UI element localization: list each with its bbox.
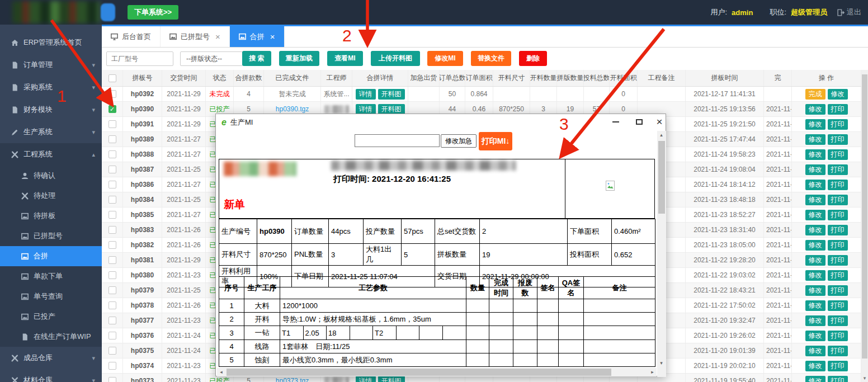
action-button-打印[interactable]: 打印 bbox=[828, 119, 848, 130]
detail-button-详情[interactable]: 详情 bbox=[356, 104, 376, 115]
row-checkbox[interactable] bbox=[108, 301, 116, 309]
sidebar-item-ERP管理系统首页[interactable]: ERP管理系统首页 bbox=[0, 31, 102, 54]
scroll-down-icon[interactable]: ▾ bbox=[657, 359, 666, 367]
action-button-修改[interactable]: 修改 bbox=[805, 134, 825, 145]
action-button-修改[interactable]: 修改 bbox=[805, 240, 825, 251]
toolbar-button-查看MI[interactable]: 查看MI bbox=[327, 51, 363, 66]
action-button-修改[interactable]: 修改 bbox=[805, 180, 825, 190]
detail-button-开料图[interactable]: 开料图 bbox=[378, 104, 405, 115]
row-checkbox[interactable] bbox=[108, 150, 116, 158]
modal-title-bar[interactable]: e 生产MI bbox=[216, 114, 666, 130]
action-button-打印[interactable]: 打印 bbox=[828, 180, 848, 190]
action-button-打印[interactable]: 打印 bbox=[828, 164, 848, 175]
row-checkbox[interactable]: ✓ bbox=[108, 105, 116, 113]
action-button-修改[interactable]: 修改 bbox=[805, 195, 825, 205]
row-checkbox[interactable] bbox=[108, 226, 116, 234]
modal-vscroll-thumb[interactable] bbox=[658, 141, 665, 214]
action-button-修改[interactable]: 修改 bbox=[805, 346, 825, 356]
sidebar-item-订单管理[interactable]: 订单管理▾ bbox=[0, 54, 102, 76]
sidebar-item-已拼型号[interactable]: 已拼型号 bbox=[0, 226, 102, 246]
factory-model-input[interactable] bbox=[106, 51, 173, 66]
close-icon[interactable]: × bbox=[652, 116, 667, 128]
sidebar-item-待拼板[interactable]: 待拼板 bbox=[0, 206, 102, 226]
row-checkbox[interactable] bbox=[108, 271, 116, 279]
file-link[interactable]: hp0390.tgz bbox=[276, 105, 309, 113]
sidebar-item-采购系统[interactable]: 采购系统▾ bbox=[0, 76, 102, 98]
toolbar-button-上传开料图[interactable]: 上传开料图 bbox=[371, 51, 420, 66]
action-button-打印[interactable]: 打印 bbox=[828, 195, 848, 205]
action-button-打印[interactable]: 打印 bbox=[828, 300, 848, 311]
panel-status-select[interactable]: --拼版状态-- bbox=[180, 51, 243, 66]
row-checkbox[interactable] bbox=[108, 317, 116, 324]
action-button-打印[interactable]: 打印 bbox=[828, 240, 848, 251]
toolbar-button-搜索[interactable]: 搜 索 bbox=[242, 51, 271, 66]
action-button-修改[interactable]: 修改 bbox=[805, 361, 825, 371]
sidebar-item-单款下单[interactable]: 单款下单 bbox=[0, 266, 102, 286]
action-button-打印[interactable]: 打印 bbox=[828, 149, 848, 160]
detail-button-详情[interactable]: 详情 bbox=[356, 376, 376, 382]
scroll-left-icon[interactable]: ◂ bbox=[217, 368, 225, 376]
action-button-修改[interactable]: 修改 bbox=[805, 285, 825, 296]
row-checkbox[interactable] bbox=[108, 377, 116, 382]
tab-后台首页[interactable]: 后台首页 bbox=[102, 26, 161, 47]
row-checkbox[interactable] bbox=[108, 241, 116, 249]
action-button-打印[interactable]: 打印 bbox=[828, 270, 848, 281]
row-checkbox[interactable] bbox=[108, 166, 116, 173]
urgent-note-input[interactable] bbox=[355, 134, 440, 147]
action-button-打印[interactable]: 打印 bbox=[828, 210, 848, 220]
toolbar-button-替换文件[interactable]: 替换文件 bbox=[471, 51, 511, 66]
action-button-打印[interactable]: 打印 bbox=[828, 225, 848, 235]
action-button-打印[interactable]: 打印 bbox=[828, 361, 848, 371]
sidebar-item-材料仓库[interactable]: 材料仓库▾ bbox=[0, 369, 102, 382]
scroll-up-icon[interactable]: ▴ bbox=[657, 131, 666, 139]
sidebar-item-合拼[interactable]: 合拼 bbox=[0, 246, 102, 266]
action-button-打印[interactable]: 打印 bbox=[828, 376, 848, 382]
sidebar-item-财务模块[interactable]: 财务模块▾ bbox=[0, 98, 102, 121]
modal-horizontal-scrollbar[interactable]: ◂ ▸ bbox=[217, 368, 657, 376]
toolbar-button-删除[interactable]: 删除 bbox=[519, 51, 547, 66]
action-button-修改[interactable]: 修改 bbox=[805, 210, 825, 220]
toolbar-button-修改MI[interactable]: 修改MI bbox=[427, 51, 463, 66]
action-button-修改[interactable]: 修改 bbox=[805, 300, 825, 311]
toolbar-button-重新加载[interactable]: 重新加载 bbox=[279, 51, 319, 66]
sidebar-item-待处理[interactable]: 待处理 bbox=[0, 186, 102, 206]
action-button-打印[interactable]: 打印 bbox=[828, 134, 848, 145]
row-checkbox[interactable] bbox=[108, 196, 116, 204]
action-button-修改[interactable]: 修改 bbox=[805, 225, 825, 235]
modify-urgent-button[interactable]: 修改加急 bbox=[441, 134, 477, 148]
modal-hscroll-thumb[interactable] bbox=[227, 369, 611, 376]
select-all-checkbox[interactable] bbox=[108, 74, 116, 82]
maximize-icon[interactable] bbox=[632, 116, 647, 128]
detail-button-详情[interactable]: 详情 bbox=[356, 89, 376, 100]
row-checkbox[interactable] bbox=[108, 90, 116, 98]
sidebar-item-生产系统[interactable]: 生产系统▾ bbox=[0, 121, 102, 143]
sidebar-item-待确认[interactable]: 待确认 bbox=[0, 166, 102, 186]
action-button-打印[interactable]: 打印 bbox=[828, 346, 848, 356]
action-button-修改[interactable]: 修改 bbox=[805, 164, 825, 175]
action-button-打印[interactable]: 打印 bbox=[828, 285, 848, 296]
page-scrollbar-thumb[interactable] bbox=[862, 74, 867, 359]
logout-button[interactable]: 退出 bbox=[837, 7, 861, 17]
print-mi-button[interactable]: 打印MI↓ bbox=[479, 132, 512, 150]
row-checkbox[interactable] bbox=[108, 181, 116, 188]
action-button-修改[interactable]: 修改 bbox=[805, 119, 825, 130]
row-checkbox[interactable] bbox=[108, 120, 116, 128]
row-checkbox[interactable] bbox=[108, 256, 116, 264]
tab-合拼[interactable]: 合拼× bbox=[230, 26, 285, 47]
minimize-icon[interactable] bbox=[608, 116, 623, 128]
row-checkbox[interactable] bbox=[108, 347, 116, 355]
sidebar-item-成品仓库[interactable]: 成品仓库▾ bbox=[0, 347, 102, 369]
page-scrollbar[interactable]: ▾ bbox=[861, 70, 868, 382]
row-checkbox[interactable] bbox=[108, 286, 116, 294]
action-button-修改[interactable]: 修改 bbox=[805, 376, 825, 382]
action-button-修改[interactable]: 修改 bbox=[805, 331, 825, 341]
row-checkbox[interactable] bbox=[108, 135, 116, 143]
action-button-修改[interactable]: 修改 bbox=[805, 149, 825, 160]
row-checkbox[interactable] bbox=[108, 332, 116, 339]
sidebar-item-已投产[interactable]: 已投产 bbox=[0, 306, 102, 327]
action-button-修改[interactable]: 修改 bbox=[805, 315, 825, 326]
order-system-button[interactable]: 下单系统>> bbox=[128, 5, 178, 20]
sidebar-item-工程系统[interactable]: 工程系统▴ bbox=[0, 143, 102, 166]
tab-已拼型号[interactable]: 已拼型号× bbox=[161, 26, 230, 47]
close-icon[interactable]: × bbox=[215, 32, 220, 41]
